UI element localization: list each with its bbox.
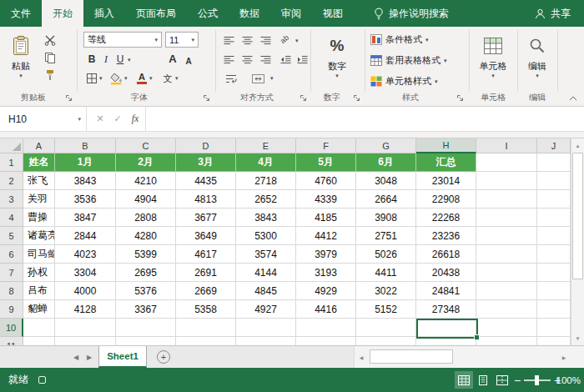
chevron-down-icon[interactable]: ▾ bbox=[149, 75, 153, 82]
cell-I6[interactable] bbox=[476, 245, 537, 264]
cell-E9[interactable]: 4927 bbox=[236, 300, 296, 319]
ribbon-tab-4[interactable]: 页面布局 bbox=[125, 0, 187, 27]
row-header-2[interactable]: 2 bbox=[0, 172, 23, 190]
increase-indent-button[interactable] bbox=[294, 51, 310, 68]
cell-G4[interactable]: 3908 bbox=[356, 209, 416, 227]
cell-D10[interactable] bbox=[176, 319, 236, 337]
cell-A9[interactable]: 貂蝉 bbox=[23, 300, 55, 319]
sheet-nav-prev-icon[interactable]: ◀ bbox=[73, 346, 78, 368]
number-format-button[interactable]: % 数字 ▾ bbox=[317, 29, 357, 94]
cell-C2[interactable]: 4210 bbox=[116, 172, 176, 190]
cell-C11[interactable] bbox=[116, 337, 176, 345]
cell-D4[interactable]: 3677 bbox=[176, 209, 236, 227]
format-as-table-button[interactable]: 套用表格格式 ▾ bbox=[370, 51, 466, 69]
cell-B8[interactable]: 4000 bbox=[55, 282, 116, 300]
select-all-button[interactable] bbox=[0, 138, 23, 153]
cell-J8[interactable] bbox=[537, 282, 571, 300]
scroll-up-icon[interactable]: ▲ bbox=[571, 139, 584, 152]
cell-I4[interactable] bbox=[476, 209, 537, 227]
shrink-font-button[interactable]: A bbox=[184, 53, 194, 68]
cell-E3[interactable]: 2652 bbox=[236, 190, 296, 209]
scroll-left-icon[interactable]: ◀ bbox=[355, 346, 368, 368]
cell-J4[interactable] bbox=[537, 209, 571, 227]
column-header-A[interactable]: A bbox=[23, 138, 55, 153]
cell-I3[interactable] bbox=[476, 190, 537, 209]
column-header-C[interactable]: C bbox=[116, 138, 176, 153]
column-header-J[interactable]: J bbox=[537, 138, 571, 153]
cell-D5[interactable]: 3649 bbox=[176, 227, 236, 245]
font-color-button[interactable]: A bbox=[133, 70, 150, 87]
cell-H2[interactable]: 23014 bbox=[416, 172, 476, 190]
row-header-1[interactable]: 1 bbox=[0, 153, 23, 172]
row-header-5[interactable]: 5 bbox=[0, 227, 23, 245]
cell-B2[interactable]: 3843 bbox=[55, 172, 116, 190]
conditional-formatting-button[interactable]: 条件格式 ▾ bbox=[370, 30, 466, 48]
collapse-ribbon-icon[interactable] bbox=[569, 96, 577, 101]
enter-button[interactable]: ✓ bbox=[109, 107, 126, 131]
row-header-3[interactable]: 3 bbox=[0, 190, 23, 209]
cell-C4[interactable]: 2808 bbox=[116, 209, 176, 227]
ribbon-tab-1[interactable]: 文件 bbox=[0, 0, 42, 27]
cell-C1[interactable]: 2月 bbox=[116, 153, 176, 172]
cell-E7[interactable]: 4144 bbox=[236, 264, 296, 282]
cell-B7[interactable]: 3304 bbox=[55, 264, 116, 282]
cell-D9[interactable]: 5358 bbox=[176, 300, 236, 319]
align-center-button[interactable] bbox=[239, 51, 255, 68]
cell-G3[interactable]: 2664 bbox=[356, 190, 416, 209]
cell-J1[interactable] bbox=[537, 153, 571, 172]
scroll-right-icon[interactable]: ▶ bbox=[557, 346, 571, 368]
cell-A1[interactable]: 姓名 bbox=[23, 153, 55, 172]
align-right-button[interactable] bbox=[257, 51, 274, 68]
copy-button[interactable] bbox=[42, 49, 58, 66]
cell-F4[interactable]: 4185 bbox=[296, 209, 356, 227]
cell-I10[interactable] bbox=[476, 319, 537, 337]
cell-H4[interactable]: 22268 bbox=[416, 209, 476, 227]
align-left-button[interactable] bbox=[220, 51, 237, 68]
cell-G6[interactable]: 5026 bbox=[356, 245, 416, 264]
cell-J10[interactable] bbox=[537, 319, 571, 337]
cell-H3[interactable]: 22908 bbox=[416, 190, 476, 209]
cell-J5[interactable] bbox=[537, 227, 571, 245]
cell-G11[interactable] bbox=[356, 337, 416, 345]
row-header-9[interactable]: 9 bbox=[0, 300, 23, 319]
cancel-button[interactable]: ✕ bbox=[92, 107, 108, 131]
fill-color-button[interactable] bbox=[108, 70, 125, 87]
cell-H7[interactable]: 20438 bbox=[416, 264, 476, 282]
clipboard-dialog-launcher-icon[interactable] bbox=[65, 94, 73, 103]
cell-H10[interactable] bbox=[416, 319, 476, 337]
share-button[interactable]: 共享 bbox=[535, 0, 584, 27]
column-header-B[interactable]: B bbox=[55, 138, 116, 153]
ribbon-tab-8[interactable]: 视图 bbox=[312, 0, 354, 27]
cell-G10[interactable] bbox=[356, 319, 416, 337]
cell-E1[interactable]: 4月 bbox=[236, 153, 296, 172]
cut-button[interactable] bbox=[42, 32, 58, 48]
cell-G2[interactable]: 3048 bbox=[356, 172, 416, 190]
zoom-out-button[interactable]: − bbox=[514, 368, 521, 392]
cell-F3[interactable]: 4339 bbox=[296, 190, 356, 209]
chevron-down-icon[interactable]: ▾ bbox=[270, 75, 274, 82]
paste-button[interactable]: 粘贴 ▾ bbox=[3, 29, 38, 94]
cell-E6[interactable]: 3574 bbox=[236, 245, 296, 264]
cell-D2[interactable]: 4435 bbox=[176, 172, 236, 190]
row-header-6[interactable]: 6 bbox=[0, 245, 23, 264]
bold-button[interactable]: B bbox=[86, 52, 98, 67]
cell-I9[interactable] bbox=[476, 300, 537, 319]
cell-A3[interactable]: 关羽 bbox=[23, 190, 55, 209]
cell-F7[interactable]: 3193 bbox=[296, 264, 356, 282]
cell-F1[interactable]: 5月 bbox=[296, 153, 356, 172]
ribbon-tab-3[interactable]: 插入 bbox=[83, 0, 125, 27]
orientation-button[interactable]: ab bbox=[279, 33, 290, 45]
chevron-down-icon[interactable]: ▾ bbox=[175, 75, 179, 82]
cell-G1[interactable]: 6月 bbox=[356, 153, 416, 172]
cell-A2[interactable]: 张飞 bbox=[23, 172, 55, 190]
cell-B1[interactable]: 1月 bbox=[55, 153, 116, 172]
view-normal-button[interactable] bbox=[455, 371, 473, 389]
view-page-layout-button[interactable] bbox=[474, 371, 492, 389]
grow-font-button[interactable]: A bbox=[167, 51, 179, 66]
tell-me-search[interactable]: 操作说明搜索 bbox=[374, 0, 449, 27]
format-painter-button[interactable] bbox=[42, 67, 58, 83]
cell-F2[interactable]: 4760 bbox=[296, 172, 356, 190]
cell-B5[interactable]: 2844 bbox=[55, 227, 116, 245]
cell-styles-button[interactable]: 单元格样式 ▾ bbox=[370, 72, 466, 90]
cell-B11[interactable] bbox=[55, 337, 116, 345]
